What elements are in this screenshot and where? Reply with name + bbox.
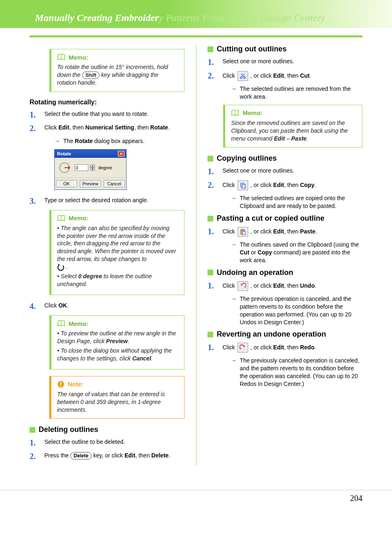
- step-number: 4.: [30, 302, 38, 311]
- t: .: [314, 344, 316, 351]
- rotnum-step-2: 2. Click Edit, then Numerical Setting, t…: [30, 124, 184, 133]
- memo-box-preview-cancel: Memo: To preview the outline at the new …: [49, 315, 184, 369]
- copy-icon[interactable]: [238, 180, 248, 190]
- t: , then: [134, 124, 150, 131]
- paste-icon[interactable]: [238, 227, 248, 237]
- copy-step-1: 1. Select one or more outlines.: [208, 167, 362, 176]
- note-label: Note:: [68, 381, 83, 388]
- rotate-bold: Rotate: [75, 138, 93, 144]
- ok-button[interactable]: OK: [56, 180, 77, 187]
- page-number: 204: [0, 490, 392, 515]
- right-column: Cutting out outlines 1. Select one or mo…: [208, 45, 362, 465]
- redo-icon[interactable]: [238, 343, 248, 353]
- arrow-icon: →: [231, 357, 236, 388]
- green-divider: [30, 35, 362, 37]
- step-text: Select the outline to be deleted.: [44, 438, 184, 446]
- step-number: 2.: [208, 180, 216, 190]
- memo-text: The angle can also be specified by movin…: [57, 224, 178, 289]
- t: or: [249, 249, 258, 256]
- t: The outlines saved on the Clipboard (usi…: [240, 241, 359, 248]
- ok-bold: OK: [58, 302, 67, 309]
- undo-icon[interactable]: [238, 281, 248, 291]
- heading-undoing-operation: Undoing an operation: [208, 268, 362, 277]
- memo-box-angle: Memo: The angle can also be specified by…: [49, 210, 184, 295]
- book-icon: [57, 53, 65, 61]
- preview-button[interactable]: Preview: [80, 180, 101, 187]
- memo-label: Memo:: [69, 54, 88, 61]
- step-number: 2.: [30, 452, 38, 461]
- step-text: Press the Delete key, or click Edit, the…: [44, 452, 184, 459]
- section-marker: [208, 216, 213, 222]
- t: To close the dialog box without applying…: [57, 347, 172, 362]
- memo-box-rotate-15deg: Memo: To rotate the outline in 15° incre…: [49, 49, 184, 92]
- step-number: 1.: [208, 343, 216, 352]
- arrow-icon: →: [54, 137, 60, 145]
- h2-text: Deleting outlines: [39, 425, 98, 434]
- t: Click: [222, 228, 236, 235]
- edit-bold: Edit: [273, 228, 284, 235]
- step-number: 1.: [208, 227, 216, 236]
- t: .: [168, 452, 170, 459]
- section-marker: [208, 270, 213, 275]
- heading-pasting-outline: Pasting a cut or copied outline: [208, 214, 362, 223]
- t: , or click: [249, 282, 273, 289]
- book-icon: [57, 215, 65, 222]
- delete-step-1: 1. Select the outline to be deleted.: [30, 438, 184, 448]
- t: The: [63, 138, 75, 144]
- step-text: Select one or more outlines.: [222, 58, 362, 65]
- rotate-dial-icon[interactable]: [58, 161, 71, 174]
- step-number: 2.: [208, 71, 216, 81]
- memo-box-cut-clipboard: Memo: Since the removed outlines are sav…: [223, 105, 362, 148]
- svg-point-5: [244, 77, 245, 78]
- memo-label: Memo:: [69, 215, 88, 222]
- memo-label: Memo:: [69, 320, 88, 327]
- note-text: The range of values that can be entered …: [57, 390, 178, 414]
- cut-result: → The selected outlines are removed from…: [231, 85, 362, 101]
- t: Click: [222, 282, 236, 289]
- cut-icon[interactable]: [238, 71, 248, 81]
- column-divider: [196, 45, 196, 465]
- result-text: The outlines saved on the Clipboard (usi…: [240, 241, 362, 264]
- paste-step-1: 1. Click , or click Edit, then Paste.: [208, 227, 362, 237]
- t: –: [285, 135, 291, 142]
- close-icon[interactable]: ×: [118, 151, 125, 157]
- step-text: Click , or click Edit, then Copy.: [222, 180, 362, 190]
- rotate-cursor-icon: [57, 263, 65, 271]
- rotate-spinner[interactable]: ▲▼: [90, 164, 95, 171]
- cancel-button[interactable]: Cancel: [104, 180, 125, 187]
- t: , or click: [249, 72, 273, 79]
- heading-cutting-outlines: Cutting out outlines: [208, 45, 362, 53]
- result-text: The previously canceled operation is can…: [240, 357, 362, 388]
- memo2-li2: Select 0 degree to leave the outline unc…: [57, 272, 178, 288]
- rotnum-result-2: → The Rotate dialog box appears.: [54, 137, 184, 145]
- edit-bold: Edit: [273, 182, 284, 188]
- section-marker: [30, 427, 35, 433]
- chapter-title-fade: y Patterns From Images (Design Center): [159, 12, 324, 23]
- h2-text: Copying outlines: [217, 154, 277, 163]
- step-number: 1.: [30, 438, 38, 448]
- t: .: [310, 72, 311, 79]
- arrow-icon: →: [231, 241, 236, 264]
- rotate-bold: Rotate: [150, 124, 168, 131]
- dialog-body: 0 ▲▼ degree: [55, 158, 126, 178]
- alert-icon: [57, 381, 65, 388]
- redo-bold: Redo: [300, 344, 314, 351]
- step-text: Click , or click Edit, then Paste.: [222, 227, 362, 237]
- heading-rotating-numerically: Rotating numerically:: [30, 99, 184, 106]
- copy-bold: Copy: [300, 182, 314, 188]
- t: Click: [222, 344, 236, 351]
- edit-bold: Edit: [274, 135, 285, 142]
- t: Press the: [44, 452, 70, 459]
- memo-label: Memo:: [242, 109, 262, 116]
- result-text: The Rotate dialog box appears.: [63, 137, 145, 145]
- t: .: [315, 282, 316, 289]
- t: , then: [284, 344, 300, 351]
- edit-bold: Edit: [273, 282, 284, 289]
- t: .: [67, 302, 69, 309]
- dialog-titlebar: Rotate ×: [55, 150, 126, 158]
- t: dialog box appears.: [93, 138, 145, 144]
- rotate-value-input[interactable]: 0: [74, 164, 88, 171]
- step-number: 1.: [208, 167, 216, 176]
- h2-text: Cutting out outlines: [217, 45, 286, 53]
- t: , then: [135, 452, 151, 459]
